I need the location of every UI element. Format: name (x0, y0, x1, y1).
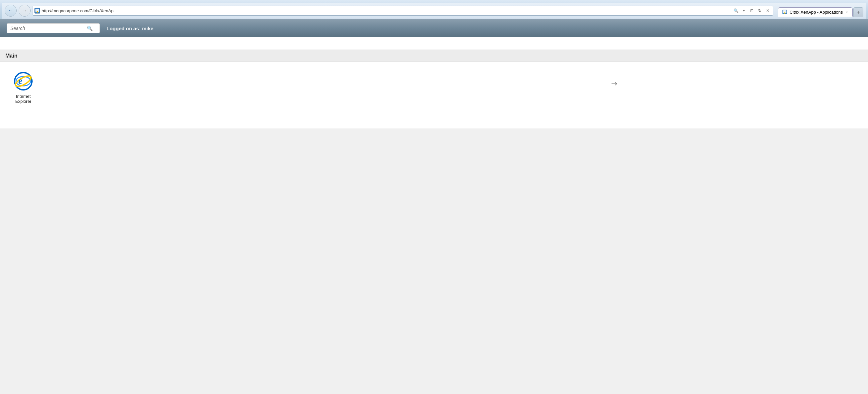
search-input[interactable] (10, 26, 87, 31)
apps-toolbar (0, 37, 868, 50)
svg-point-3 (37, 11, 38, 12)
forward-button[interactable]: → (19, 5, 31, 17)
nav-bar: ← → 🔍 ▼ ⊡ ↻ ✕ (2, 3, 866, 19)
address-input[interactable] (41, 8, 732, 13)
search-box: 🔍 (7, 23, 100, 33)
xenapp-header: 🔍 Logged on as: mike (0, 19, 868, 37)
new-tab-button[interactable]: + (854, 7, 863, 17)
cursor-area: ↗ (46, 68, 861, 122)
logged-on-label: Logged on as: mike (106, 26, 153, 31)
tab-citrix-xenapp[interactable]: Citrix XenApp - Applications × (778, 7, 853, 17)
stop-button[interactable]: ✕ (764, 7, 772, 14)
refresh-button[interactable]: ↻ (756, 7, 764, 14)
address-actions: 🔍 ▼ ⊡ ↻ ✕ (732, 7, 772, 14)
section-title-main: Main (5, 53, 17, 59)
favorites-button[interactable]: ⊡ (748, 7, 755, 14)
search-address-button[interactable]: 🔍 (732, 7, 740, 14)
svg-text:e: e (18, 75, 22, 86)
svg-point-6 (784, 12, 785, 13)
tab-favicon-icon (782, 9, 787, 14)
browser-chrome: ← → 🔍 ▼ ⊡ ↻ ✕ (0, 0, 868, 19)
back-button[interactable]: ← (5, 5, 17, 17)
tab-label: Citrix XenApp - Applications (789, 10, 843, 14)
cursor-indicator: ↗ (609, 78, 619, 89)
apps-grid: e Internet Explorer ↗ (0, 62, 868, 128)
page-content: 🔍 Logged on as: mike Main e Interne (0, 19, 868, 382)
section-header-main: Main (0, 50, 868, 62)
address-dropdown-button[interactable]: ▼ (740, 7, 747, 14)
tab-close-button[interactable]: × (845, 10, 848, 14)
app-item-internet-explorer[interactable]: e Internet Explorer (7, 68, 40, 122)
search-icon: 🔍 (87, 26, 93, 31)
page-icon (34, 8, 40, 13)
app-label-internet-explorer: Internet Explorer (9, 94, 37, 104)
tab-bar: Citrix XenApp - Applications × + (778, 7, 863, 17)
address-bar-container: 🔍 ▼ ⊡ ↻ ✕ (33, 6, 773, 16)
ie-icon: e (13, 71, 33, 91)
